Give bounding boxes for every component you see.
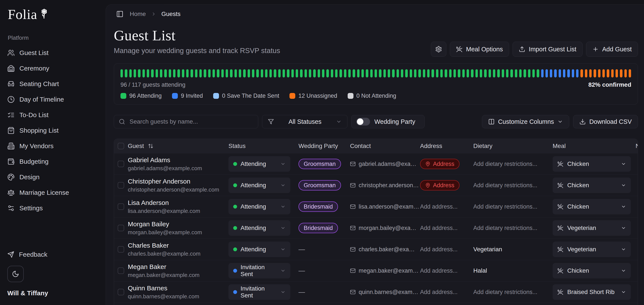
contact-cell[interactable]: quinn.barnes@example.com <box>350 289 420 295</box>
sidebar-item-feedback[interactable]: Feedback <box>7 248 100 261</box>
breadcrumb-home[interactable]: Home <box>130 11 146 18</box>
progress-segment <box>524 69 526 77</box>
table-row: Christopher Andersonchristopher.anderson… <box>114 174 638 196</box>
add-address-field[interactable]: Add address... <box>420 203 458 210</box>
sidebar-item-seating-chart[interactable]: Seating Chart <box>7 76 100 92</box>
add-address-field[interactable]: Add address... <box>420 246 458 253</box>
add-dietary-field[interactable]: Add dietary restrictions... <box>473 225 537 231</box>
contact-cell[interactable]: gabriel.adams@example.com <box>350 161 420 167</box>
progress-segment <box>178 69 180 77</box>
status-select[interactable]: Invitation Sent <box>228 284 290 300</box>
progress-segment <box>379 69 381 77</box>
main-panel: Home Guests Guest List Manage your weddi… <box>106 4 644 305</box>
meal-select[interactable]: Vegeterian <box>552 220 631 236</box>
settings-button[interactable] <box>431 42 446 57</box>
sidebar-item-to-do-list[interactable]: To-Do List <box>7 107 100 123</box>
add-dietary-field[interactable]: Add dietary restrictions... <box>473 289 537 295</box>
account-name[interactable]: Will & Tiffany <box>7 289 100 297</box>
sidebar-item-design[interactable]: Design <box>7 169 100 185</box>
contact-cell[interactable]: morgan.bailey@example.com <box>350 225 420 231</box>
progress-segment <box>125 69 127 77</box>
toggle-track[interactable] <box>356 118 370 126</box>
guests-attending-count: 96 / 117 guests attending <box>120 82 185 88</box>
sidebar-item-budgeting[interactable]: Budgeting <box>7 154 100 169</box>
sidebar-item-guest-list[interactable]: Guest List <box>7 45 100 61</box>
row-checkbox[interactable] <box>118 289 124 295</box>
row-checkbox[interactable] <box>118 203 124 210</box>
meal-options-button[interactable]: Meal Options <box>450 42 509 57</box>
legend-label: 96 Attending <box>129 93 162 99</box>
add-guest-button[interactable]: Add Guest <box>586 42 638 57</box>
sidebar-item-day-of-timeline[interactable]: Day of Timeline <box>7 92 100 107</box>
row-checkbox[interactable] <box>118 267 124 274</box>
status-filter-select[interactable]: All Statuses <box>262 115 348 128</box>
sidebar-item-settings[interactable]: Settings <box>7 200 100 216</box>
sidebar-item-ceremony[interactable]: Ceremony <box>7 61 100 76</box>
meal-select[interactable]: Braised Short Rib <box>552 284 631 300</box>
progress-segment <box>436 69 438 77</box>
sidebar-toggle-button[interactable] <box>115 9 124 19</box>
progress-segment <box>217 69 219 77</box>
legend-swatch <box>348 93 354 99</box>
import-guest-list-button[interactable]: Import Guest List <box>512 42 582 57</box>
dietary-value[interactable]: Vegetarian <box>473 246 502 253</box>
select-all-checkbox[interactable] <box>118 143 124 149</box>
add-dietary-field[interactable]: Add dietary restrictions... <box>473 203 537 210</box>
contact-cell[interactable]: christopher.anderson@example.com <box>350 182 420 189</box>
download-csv-button[interactable]: Download CSV <box>573 115 638 128</box>
add-address-field[interactable]: Add address... <box>420 289 458 295</box>
meal-select[interactable]: Vegeterian <box>552 242 631 257</box>
dietary-value[interactable]: Halal <box>473 267 487 274</box>
add-dietary-field[interactable]: Add dietary restrictions... <box>473 182 537 188</box>
sort-icon[interactable] <box>148 143 154 149</box>
progress-segment <box>510 69 513 77</box>
sidebar-item-shopping-list[interactable]: Shopping List <box>7 123 100 138</box>
sidebar-item-label: My Vendors <box>20 142 54 150</box>
progress-segment <box>344 69 346 77</box>
column-header-guest[interactable]: Guest <box>128 143 228 149</box>
sidebar-item-marriage-license[interactable]: Marriage License <box>7 185 100 200</box>
progress-segment <box>156 69 158 77</box>
status-select[interactable]: Attending <box>228 220 290 236</box>
sidebar-item-my-vendors[interactable]: My Vendors <box>7 138 100 154</box>
status-select[interactable]: Attending <box>228 156 290 172</box>
row-checkbox[interactable] <box>118 161 124 167</box>
contact-cell[interactable]: lisa.anderson@example.com <box>350 203 420 210</box>
wedding-party-toggle[interactable]: Wedding Party <box>351 115 424 128</box>
upload-icon <box>519 46 525 52</box>
meal-select[interactable]: Chicken <box>552 156 631 172</box>
status-select[interactable]: Attending <box>228 178 290 193</box>
progress-segment <box>519 69 522 77</box>
search-input[interactable] <box>130 118 253 125</box>
rsvp-legend: 96 Attending9 Invited0 Save The Date Sen… <box>120 93 631 99</box>
address-missing-badge[interactable]: Address <box>420 159 460 169</box>
status-dot <box>233 205 237 209</box>
meal-select[interactable]: Chicken <box>552 178 631 193</box>
meal-select[interactable]: Chicken <box>552 263 631 278</box>
contact-cell[interactable]: megan.baker@example.com <box>350 267 420 274</box>
customize-columns-button[interactable]: Customize Columns <box>482 115 569 128</box>
status-value: Invitation Sent <box>240 264 277 278</box>
add-address-field[interactable]: Add address... <box>420 267 458 274</box>
progress-segment <box>392 69 394 77</box>
theme-toggle-button[interactable] <box>7 266 24 282</box>
row-checkbox[interactable] <box>118 182 124 188</box>
contact-cell[interactable]: charles.baker@example.com <box>350 246 420 253</box>
customize-columns-label: Customize Columns <box>498 118 554 125</box>
add-dietary-field[interactable]: Add dietary restrictions... <box>473 161 537 167</box>
column-header-wedding-party: Wedding Party <box>298 143 350 149</box>
row-checkbox[interactable] <box>118 246 124 253</box>
send-icon <box>7 251 14 258</box>
status-dot <box>233 226 237 230</box>
add-address-field[interactable]: Add address... <box>420 225 458 231</box>
status-select[interactable]: Attending <box>228 242 290 257</box>
legend-swatch <box>172 93 178 99</box>
meal-select[interactable]: Chicken <box>552 199 631 214</box>
row-checkbox[interactable] <box>118 225 124 231</box>
status-select[interactable]: Attending <box>228 199 290 214</box>
breadcrumb-current: Guests <box>162 11 180 18</box>
progress-segment <box>541 69 544 77</box>
address-missing-badge[interactable]: Address <box>420 180 460 190</box>
meal-options-label: Meal Options <box>466 46 503 53</box>
status-select[interactable]: Invitation Sent <box>228 263 290 278</box>
